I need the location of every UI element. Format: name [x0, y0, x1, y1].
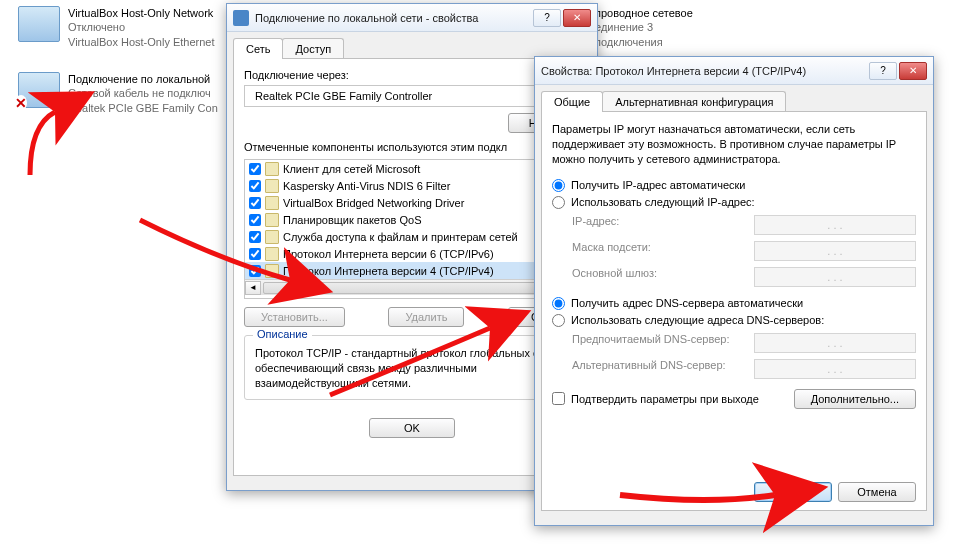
- confirm-on-exit-label: Подтвердить параметры при выходе: [571, 393, 759, 405]
- gateway-field[interactable]: . . .: [754, 267, 916, 287]
- conn3-title: Подключение по локальной: [68, 72, 218, 86]
- dns-pref-label: Предпочитаемый DNS-сервер:: [572, 333, 742, 353]
- list-item: Планировщик пакетов QoS: [245, 211, 579, 228]
- ip-auto-label: Получить IP-адрес автоматически: [571, 179, 745, 191]
- advanced-button[interactable]: Дополнительно...: [794, 389, 916, 409]
- dns-auto-radio[interactable]: [552, 297, 565, 310]
- components-list[interactable]: Клиент для сетей Microsoft Kaspersky Ant…: [244, 159, 580, 299]
- conn3-status: Сетевой кабель не подключ: [68, 86, 218, 100]
- list-item: Протокол Интернета версии 6 (TCP/IPv6): [245, 245, 579, 262]
- ipv4-properties-window: Свойства: Протокол Интернета версии 4 (T…: [534, 56, 934, 526]
- window-title: Подключение по локальной сети - свойства: [255, 12, 533, 24]
- ip-address-label: IP-адрес:: [572, 215, 742, 235]
- subnet-mask-label: Маска подсети:: [572, 241, 742, 261]
- ok-button[interactable]: OK: [369, 418, 455, 438]
- component-icon: [265, 213, 279, 227]
- dns-manual-label: Использовать следующие адреса DNS-сервер…: [571, 314, 824, 326]
- remove-button[interactable]: Удалить: [388, 307, 464, 327]
- conn1-adapter: VirtualBox Host-Only Ethernet: [68, 35, 215, 49]
- help-button[interactable]: ?: [869, 62, 897, 80]
- conn1-status: Отключено: [68, 20, 215, 34]
- list-item: Служба доступа к файлам и принтерам сете…: [245, 228, 579, 245]
- dns-manual-radio[interactable]: [552, 314, 565, 327]
- tab-general[interactable]: Общие: [541, 91, 603, 112]
- close-button[interactable]: ✕: [563, 9, 591, 27]
- conn1-title: VirtualBox Host-Only Network: [68, 6, 215, 20]
- install-button[interactable]: Установить...: [244, 307, 345, 327]
- conn3-adapter: Realtek PCIe GBE Family Con: [68, 101, 218, 115]
- dns-auto-label: Получить адрес DNS-сервера автоматически: [571, 297, 803, 309]
- component-icon: [265, 264, 279, 278]
- dns-alt-field[interactable]: . . .: [754, 359, 916, 379]
- ip-manual-label: Использовать следующий IP-адрес:: [571, 196, 755, 208]
- ip-address-field[interactable]: . . .: [754, 215, 916, 235]
- close-button[interactable]: ✕: [899, 62, 927, 80]
- window-icon: [233, 10, 249, 26]
- dns-pref-field[interactable]: . . .: [754, 333, 916, 353]
- cancel-button[interactable]: Отмена: [838, 482, 916, 502]
- network-adapter-disconnected-icon: [18, 72, 60, 108]
- conn2-line2: единение 3: [595, 20, 693, 34]
- list-item-ipv4: Протокол Интернета версии 4 (TCP/IPv4): [245, 262, 579, 279]
- conn2-title: проводное сетевое: [595, 6, 693, 20]
- tab-access[interactable]: Доступ: [282, 38, 344, 59]
- list-item: VirtualBox Bridged Networking Driver: [245, 194, 579, 211]
- list-item: Клиент для сетей Microsoft: [245, 160, 579, 177]
- description-title: Описание: [253, 328, 312, 340]
- description-text: Протокол TCP/IP - стандартный протокол г…: [255, 346, 569, 391]
- ip-manual-radio[interactable]: [552, 196, 565, 209]
- connect-via-label: Подключение через:: [244, 69, 580, 81]
- dns-alt-label: Альтернативный DNS-сервер:: [572, 359, 742, 379]
- ipv4-intro: Параметры IP могут назначаться автоматич…: [552, 122, 916, 167]
- adapter-name: Realtek PCIe GBE Family Controller: [255, 90, 432, 102]
- ip-auto-radio[interactable]: [552, 179, 565, 192]
- tab-alt-config[interactable]: Альтернативная конфигурация: [602, 91, 786, 112]
- horizontal-scrollbar[interactable]: ◄►: [245, 279, 579, 295]
- help-button[interactable]: ?: [533, 9, 561, 27]
- component-icon: [265, 179, 279, 193]
- component-icon: [265, 162, 279, 176]
- tab-network[interactable]: Сеть: [233, 38, 283, 59]
- gateway-label: Основной шлюз:: [572, 267, 742, 287]
- components-label: Отмеченные компоненты используются этим …: [244, 141, 580, 153]
- ok-button[interactable]: OK: [754, 482, 832, 502]
- ipv4-window-title: Свойства: Протокол Интернета версии 4 (T…: [541, 65, 869, 77]
- component-icon: [265, 247, 279, 261]
- component-icon: [265, 230, 279, 244]
- subnet-mask-field[interactable]: . . .: [754, 241, 916, 261]
- conn2-line3: подключения: [595, 35, 693, 49]
- confirm-on-exit-checkbox[interactable]: [552, 392, 565, 405]
- component-icon: [265, 196, 279, 210]
- network-adapter-icon: [18, 6, 60, 42]
- list-item: Kaspersky Anti-Virus NDIS 6 Filter: [245, 177, 579, 194]
